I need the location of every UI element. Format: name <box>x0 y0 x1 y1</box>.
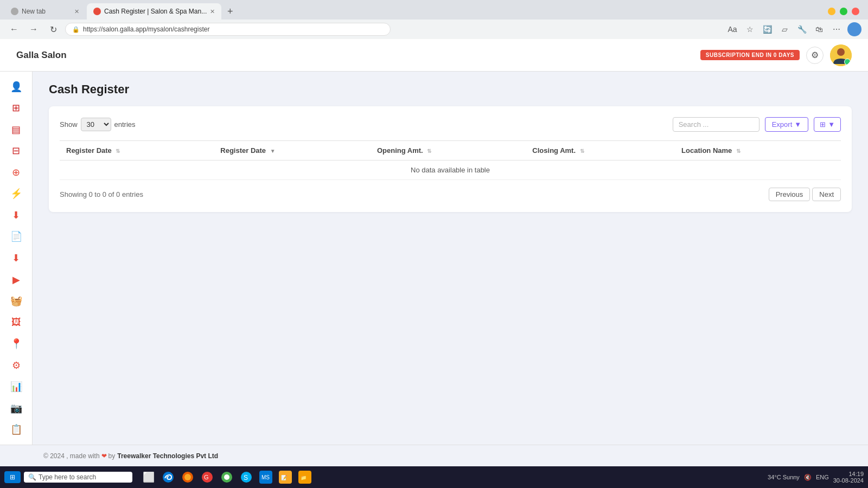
taskbar-app-store[interactable]: MS <box>257 468 275 486</box>
table-footer: Showing 0 to 0 of 0 entries Previous Nex… <box>60 188 841 201</box>
sidebar-item-list[interactable]: 📋 <box>6 420 27 440</box>
sidebar-item-play[interactable]: ▶ <box>6 270 27 290</box>
entries-select[interactable]: 10 25 30 50 100 <box>81 118 111 131</box>
start-button[interactable]: ⊞ <box>4 471 21 483</box>
svg-text:📝: 📝 <box>281 474 288 481</box>
avatar[interactable] <box>830 44 852 66</box>
svg-point-1 <box>837 48 845 56</box>
sidebar-item-camera[interactable]: 📷 <box>6 399 27 418</box>
col-register-date-1[interactable]: Register Date ⇅ <box>60 141 214 160</box>
svg-text:S: S <box>244 474 248 481</box>
taskbar-right: 34°C Sunny 🔇 ENG 14:19 30-08-2024 <box>768 471 864 484</box>
footer-copyright: © 2024 , made with <box>43 452 100 460</box>
sidebar-item-dashboard[interactable]: ⊟ <box>6 142 27 161</box>
window-minimize[interactable] <box>828 8 835 15</box>
tab-close-2[interactable]: ✕ <box>210 8 215 15</box>
svg-text:G: G <box>204 474 209 480</box>
tab-cashregister[interactable]: Cash Register | Salon & Spa Man... ✕ <box>87 3 221 20</box>
taskbar: ⊞ 🔍 Type here to search ⬜ G S MS 📝 📁 <box>0 466 868 488</box>
split-view-icon[interactable]: ▱ <box>778 23 791 36</box>
tab-newtab[interactable]: New tab ✕ <box>4 3 86 20</box>
refresh-button[interactable]: ↻ <box>46 22 61 37</box>
taskbar-search[interactable]: 🔍 Type here to search <box>24 472 132 483</box>
taskbar-app-chrome[interactable] <box>218 468 235 486</box>
address-bar: ← → ↻ 🔒 https://salon.galla.app/mysalon/… <box>0 20 868 39</box>
col-label-1: Register Date <box>66 146 112 155</box>
app-header: Galla Salon SUBSCRIPTION END IN 0 DAYS ⚙ <box>0 39 868 72</box>
taskbar-app-app1[interactable]: G <box>199 468 216 486</box>
taskbar-app-files[interactable]: 📁 <box>296 468 314 486</box>
tab-label-2: Cash Register | Salon & Spa Man... <box>104 8 207 15</box>
lock-icon: 🔒 <box>72 26 80 33</box>
sidebar-item-photo[interactable]: 🖼 <box>6 313 27 332</box>
sidebar-item-thunder[interactable]: ⚡ <box>6 184 27 204</box>
grid-icon: ⊞ <box>820 120 826 129</box>
svg-text:MS: MS <box>261 474 270 480</box>
right-controls: Export ▼ ⊞ ▼ <box>673 117 841 132</box>
footer-company: Treewalker Technologies Pvt Ltd <box>117 452 218 460</box>
forward-button[interactable]: → <box>26 22 41 37</box>
taskbar-temp: 34°C Sunny <box>768 474 800 480</box>
sidebar-item-alert[interactable]: ⊕ <box>6 163 27 182</box>
tab-favicon-1 <box>11 8 18 15</box>
sidebar-item-menu[interactable]: ▤ <box>6 120 27 139</box>
more-icon[interactable]: ⋯ <box>830 23 843 36</box>
sort-icon-4: ⇅ <box>580 148 584 154</box>
sidebar-item-settings[interactable]: ⚙ <box>6 356 27 375</box>
tab-bar: New tab ✕ Cash Register | Salon & Spa Ma… <box>0 0 868 20</box>
footer-by: by <box>108 452 116 460</box>
sidebar-item-profile[interactable]: 👤 <box>6 77 27 97</box>
shop-icon[interactable]: 🛍 <box>813 23 826 36</box>
col-label-2: Register Date <box>220 146 266 155</box>
col-closing-amt[interactable]: Closing Amt. ⇅ <box>526 141 675 160</box>
sidebar-item-basket[interactable]: 🧺 <box>6 291 27 311</box>
back-button[interactable]: ← <box>7 22 22 37</box>
sidebar: 👤 ⊞ ▤ ⊟ ⊕ ⚡ ⬇ 📄 ⬇ ▶ 🧺 🖼 📍 ⚙ 📊 📷 📋 <box>0 72 33 445</box>
address-input[interactable]: 🔒 https://salon.galla.app/mysalon/cashre… <box>65 23 391 36</box>
taskbar-app-skype[interactable]: S <box>238 468 255 486</box>
new-tab-button[interactable]: + <box>222 4 238 19</box>
sidebar-item-grid[interactable]: ⊞ <box>6 99 27 118</box>
taskbar-search-placeholder: Type here to search <box>39 473 96 481</box>
next-button[interactable]: Next <box>812 188 841 201</box>
favorites-icon[interactable]: ☆ <box>743 23 756 36</box>
cash-register-card: Show 10 25 30 50 100 entries E <box>49 106 852 212</box>
col-location-name[interactable]: Location Name ⇅ <box>675 141 841 160</box>
sidebar-item-document[interactable]: 📄 <box>6 227 27 247</box>
taskbar-app-firefox[interactable] <box>179 468 196 486</box>
taskbar-language: ENG <box>816 474 829 480</box>
previous-button[interactable]: Previous <box>769 188 810 201</box>
taskbar-app-notes[interactable]: 📝 <box>277 468 294 486</box>
export-dropdown-icon: ▼ <box>794 120 801 129</box>
window-maximize[interactable] <box>840 8 847 15</box>
col-label-3: Opening Amt. <box>377 146 423 155</box>
address-text: https://salon.galla.app/mysalon/cashregi… <box>83 25 209 33</box>
export-button[interactable]: Export ▼ <box>765 117 808 132</box>
tab-close-1[interactable]: ✕ <box>74 8 79 15</box>
taskbar-app-edge[interactable] <box>159 468 177 486</box>
search-input[interactable] <box>673 117 760 132</box>
sidebar-item-download2[interactable]: ⬇ <box>6 248 27 268</box>
collections-icon[interactable]: 🔄 <box>761 23 774 36</box>
table-controls: Show 10 25 30 50 100 entries E <box>60 117 841 132</box>
grid-view-button[interactable]: ⊞ ▼ <box>814 117 841 132</box>
taskbar-date: 30-08-2024 <box>833 477 864 484</box>
no-data-row: No data available in table <box>60 160 841 180</box>
sidebar-item-report[interactable]: 📊 <box>6 377 27 396</box>
tab-label-1: New tab <box>22 8 46 15</box>
taskbar-app-taskview[interactable]: ⬜ <box>140 468 157 486</box>
col-register-date-2[interactable]: Register Date ▼ <box>214 141 371 160</box>
browser-toolbar: Aa ☆ 🔄 ▱ 🔧 🛍 ⋯ <box>726 22 861 36</box>
reading-mode-icon[interactable]: Aa <box>726 23 739 36</box>
sidebar-item-location[interactable]: 📍 <box>6 334 27 354</box>
col-opening-amt[interactable]: Opening Amt. ⇅ <box>371 141 526 160</box>
extensions-icon[interactable]: 🔧 <box>795 23 808 36</box>
show-label: Show <box>60 120 78 129</box>
settings-button[interactable]: ⚙ <box>806 47 824 64</box>
svg-point-5 <box>184 474 191 480</box>
window-close[interactable] <box>852 8 859 15</box>
entries-label: entries <box>114 120 136 129</box>
profile-icon[interactable] <box>847 22 861 36</box>
svg-point-9 <box>224 474 229 480</box>
sidebar-item-download[interactable]: ⬇ <box>6 206 27 225</box>
